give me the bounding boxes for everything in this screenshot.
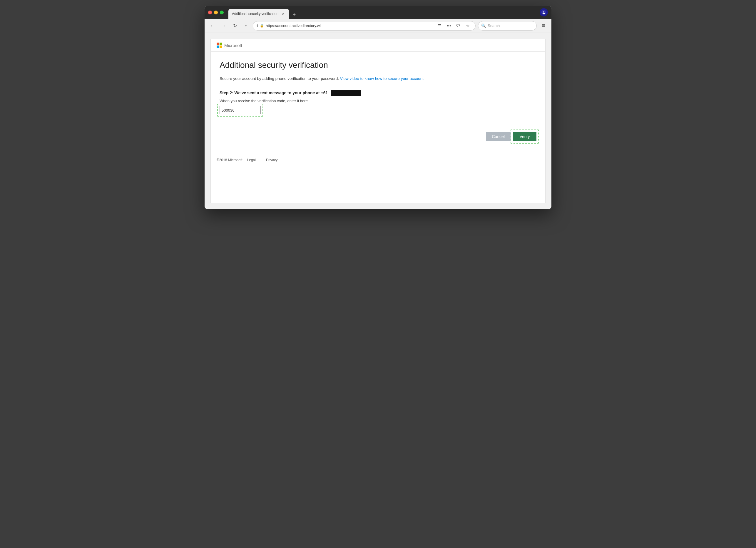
profile-icon[interactable] [540, 8, 548, 16]
address-bar[interactable]: ℹ 🔒 https://account.activedirectory.wi ☰… [253, 21, 476, 31]
minimize-button[interactable] [214, 11, 218, 14]
search-placeholder: Search [488, 24, 500, 28]
address-toolbar-icons: ☰ ••• 🛡 ☆ [435, 22, 472, 30]
reload-button[interactable]: ↻ [230, 21, 239, 30]
page-inner: Additional security verification Secure … [211, 52, 545, 123]
maximize-button[interactable] [220, 11, 224, 14]
forward-button: → [219, 21, 228, 30]
page-title: Additional security verification [220, 61, 536, 70]
cancel-button[interactable]: Cancel [486, 132, 511, 141]
ms-logo-blue [217, 46, 219, 48]
web-page: Microsoft Additional security verificati… [210, 39, 546, 203]
verify-button[interactable]: Verify [513, 132, 536, 141]
footer-divider: | [260, 158, 261, 162]
home-button[interactable]: ⌂ [242, 21, 250, 30]
lock-icon: 🔒 [260, 24, 264, 28]
close-button[interactable] [208, 11, 212, 14]
info-icon: ℹ [257, 24, 258, 28]
active-tab[interactable]: Additional security verification ✕ [228, 9, 289, 19]
reader-mode-button[interactable]: ☰ [435, 22, 444, 30]
shield-button[interactable]: 🛡 [454, 22, 462, 30]
favorites-button[interactable]: ☆ [464, 22, 472, 30]
code-input-wrapper [220, 106, 261, 114]
title-bar: Additional security verification ✕ + [205, 6, 551, 19]
tab-title: Additional security verification [232, 12, 278, 16]
tab-bar: Additional security verification ✕ + [228, 6, 537, 19]
ms-header: Microsoft [211, 39, 545, 52]
ms-brand-name: Microsoft [224, 43, 242, 48]
verify-button-wrapper: Verify [513, 132, 536, 141]
ms-logo-yellow [220, 46, 222, 48]
legal-link[interactable]: Legal [247, 158, 256, 162]
page-footer: ©2018 Microsoft Legal | Privacy [211, 153, 545, 167]
privacy-link[interactable]: Privacy [266, 158, 277, 162]
new-tab-button[interactable]: + [290, 11, 298, 19]
tab-close-button[interactable]: ✕ [281, 11, 285, 16]
browser-window: Additional security verification ✕ + ← →… [205, 6, 551, 209]
step-title: Step 2: We've sent a text message to you… [220, 90, 536, 96]
verification-code-input[interactable] [220, 106, 261, 114]
secure-account-link[interactable]: View video to know how to secure your ac… [340, 76, 424, 81]
search-icon: 🔍 [481, 24, 486, 28]
copyright-text: ©2018 Microsoft [217, 158, 242, 162]
more-button[interactable]: ••• [445, 22, 453, 30]
menu-button[interactable]: ≡ [539, 21, 548, 30]
page-content: Microsoft Additional security verificati… [205, 33, 551, 209]
instruction-text: When you receive the verification code, … [220, 99, 536, 103]
traffic-lights [208, 11, 224, 14]
url-text: https://account.activedirectory.wi [266, 24, 434, 28]
ms-logo: Microsoft [217, 43, 539, 48]
phone-redacted [331, 90, 361, 96]
back-button[interactable]: ← [208, 21, 217, 30]
ms-logo-red [217, 43, 219, 45]
action-buttons: Cancel Verify [211, 123, 545, 153]
page-description: Secure your account by adding phone veri… [220, 76, 536, 82]
ms-logo-green [220, 43, 222, 45]
ms-logo-squares [217, 43, 222, 48]
toolbar: ← → ↻ ⌂ ℹ 🔒 https://account.activedirect… [205, 19, 551, 33]
search-bar[interactable]: 🔍 Search [478, 21, 537, 31]
